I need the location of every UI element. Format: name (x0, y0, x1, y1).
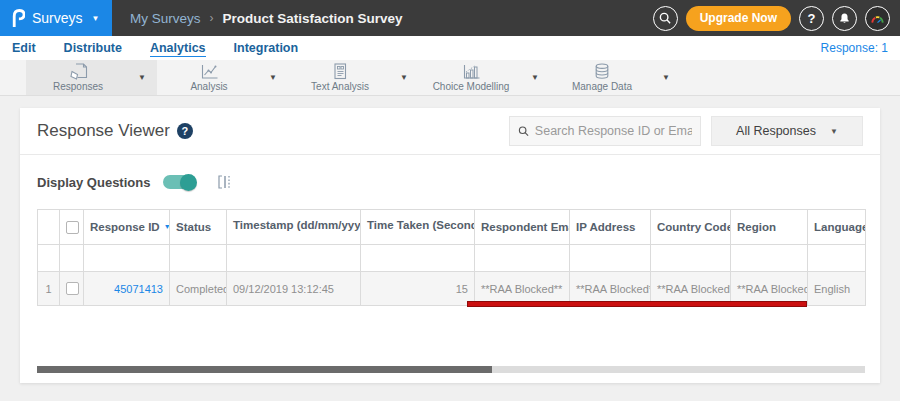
col-country-code: Country Code (651, 210, 731, 245)
col-language: Language (808, 210, 866, 245)
response-count-label: Response: 1 (821, 41, 888, 55)
sort-desc-icon: ▼ (164, 223, 170, 230)
display-questions-label: Display Questions (37, 175, 150, 190)
product-menu[interactable]: Surveys ▼ (0, 0, 112, 36)
row-checkbox[interactable] (66, 282, 79, 295)
search-input[interactable] (535, 124, 692, 138)
col-response-id[interactable]: Response ID▼ (84, 210, 170, 245)
database-icon (594, 63, 610, 80)
page-body: Response Viewer ? All Responses ▼ Displa… (0, 96, 900, 383)
col-status: Status (170, 210, 227, 245)
chevron-down-icon[interactable]: ▼ (269, 73, 277, 82)
chevron-down-icon[interactable]: ▼ (662, 73, 670, 82)
col-label: Timestamp (dd/mm/yyyy) (233, 219, 361, 231)
scrollbar-thumb[interactable] (37, 366, 492, 373)
col-label: Response ID (90, 221, 160, 233)
breadcrumb-parent[interactable]: My Surveys (130, 11, 201, 26)
tab-distribute[interactable]: Distribute (64, 42, 122, 55)
row-number: 1 (38, 272, 60, 306)
toolbar-item-label: Responses (53, 81, 103, 92)
filter-row (38, 245, 866, 272)
search-icon (518, 125, 529, 137)
col-select-all (60, 210, 84, 245)
col-row-number (38, 210, 60, 245)
response-viewer-card: Response Viewer ? All Responses ▼ Displa… (20, 108, 880, 383)
row-select (60, 272, 84, 306)
col-label: IP Address (576, 221, 635, 233)
account-avatar[interactable] (865, 6, 890, 31)
gauge-icon (870, 12, 885, 25)
section-title: Response Viewer (37, 121, 170, 141)
help-button[interactable]: ? (799, 6, 824, 31)
bell-icon (838, 12, 851, 25)
chevron-down-icon[interactable]: ▼ (531, 73, 539, 82)
table-controls: Display Questions (20, 155, 880, 209)
table-header-row: Response ID▼ Status Timestamp (dd/mm/yyy… (38, 210, 866, 245)
red-underline-annotation (467, 301, 807, 307)
text-document-icon (332, 63, 348, 80)
tab-analytics[interactable]: Analytics (150, 42, 206, 58)
response-id-link[interactable]: 45071413 (114, 283, 163, 295)
search-icon (659, 12, 671, 24)
filter-selected-value: All Responses (736, 124, 816, 138)
page-title: Product Satisfaction Survey (223, 11, 403, 26)
notifications-button[interactable] (832, 6, 857, 31)
toolbar-group-analysis[interactable]: Analysis ▼ (157, 60, 288, 95)
responses-table-wrapper: Response ID▼ Status Timestamp (dd/mm/yyy… (37, 209, 863, 306)
horizontal-scrollbar[interactable] (37, 366, 865, 373)
display-questions-toggle[interactable] (163, 175, 195, 189)
col-time-taken[interactable]: Time Taken (Seconds)▲▼ (361, 210, 475, 245)
col-respondent-email: Respondent Email (475, 210, 570, 245)
toolbar-group-manage-data[interactable]: Manage Data ▼ (550, 60, 681, 95)
select-all-checkbox[interactable] (66, 221, 79, 234)
col-label: Status (176, 221, 211, 233)
chevron-down-icon[interactable]: ▼ (400, 73, 408, 82)
responses-icon (69, 63, 88, 80)
analytics-toolbar: Responses ▼ Analysis ▼ Text Analysis ▼ C… (0, 60, 900, 96)
app-menu-label: Surveys (32, 10, 83, 26)
freeze-columns-icon (216, 174, 231, 190)
toolbar-item-label: Choice Modelling (433, 81, 510, 92)
breadcrumb: My Surveys › Product Satisfaction Survey (130, 11, 403, 26)
col-label: Language (814, 221, 866, 233)
responses-table: Response ID▼ Status Timestamp (dd/mm/yyy… (37, 209, 866, 306)
cell-timestamp: 09/12/2019 13:12:45 (227, 272, 361, 306)
toolbar-item-label: Manage Data (572, 81, 632, 92)
breadcrumb-separator-icon: › (210, 11, 214, 25)
chevron-down-icon[interactable]: ▼ (138, 73, 146, 82)
topbar: Surveys ▼ My Surveys › Product Satisfact… (0, 0, 900, 36)
chevron-down-icon: ▼ (830, 127, 838, 136)
col-label: Respondent Email (481, 221, 570, 233)
line-chart-icon (200, 63, 219, 80)
bar-chart-icon (462, 63, 481, 80)
toggle-knob (180, 174, 197, 191)
col-timestamp[interactable]: Timestamp (dd/mm/yyyy)▲▼ (227, 210, 361, 245)
col-ip-address: IP Address (570, 210, 651, 245)
freeze-columns-button[interactable] (216, 174, 231, 190)
help-icon[interactable]: ? (177, 123, 193, 139)
toolbar-group-choice-modelling[interactable]: Choice Modelling ▼ (419, 60, 550, 95)
toolbar-item-label: Analysis (190, 81, 227, 92)
cell-time-taken: 15 (361, 272, 475, 306)
col-label: Time Taken (Seconds) (367, 219, 475, 231)
toolbar-group-text-analysis[interactable]: Text Analysis ▼ (288, 60, 419, 95)
viewer-header-actions: All Responses ▼ (509, 116, 863, 146)
upgrade-now-button[interactable]: Upgrade Now (686, 6, 791, 31)
response-search-box[interactable] (509, 116, 701, 146)
tab-edit[interactable]: Edit (12, 42, 36, 55)
search-button[interactable] (653, 6, 678, 31)
tab-integration[interactable]: Integration (234, 42, 299, 55)
viewer-header: Response Viewer ? All Responses ▼ (20, 108, 880, 155)
col-region: Region (731, 210, 808, 245)
toolbar-item-label: Text Analysis (311, 81, 369, 92)
questionpro-logo-icon (10, 8, 25, 28)
chevron-down-icon: ▼ (92, 14, 100, 23)
cell-response-id: 45071413 (84, 272, 170, 306)
toolbar-group-responses[interactable]: Responses ▼ (26, 60, 157, 95)
topbar-actions: Upgrade Now ? (653, 6, 900, 31)
responses-filter-dropdown[interactable]: All Responses ▼ (711, 116, 863, 146)
col-label: Country Code (657, 221, 731, 233)
cell-language: English (808, 272, 866, 306)
col-label: Region (737, 221, 776, 233)
survey-tabs: Edit Distribute Analytics Integration Re… (0, 36, 900, 60)
